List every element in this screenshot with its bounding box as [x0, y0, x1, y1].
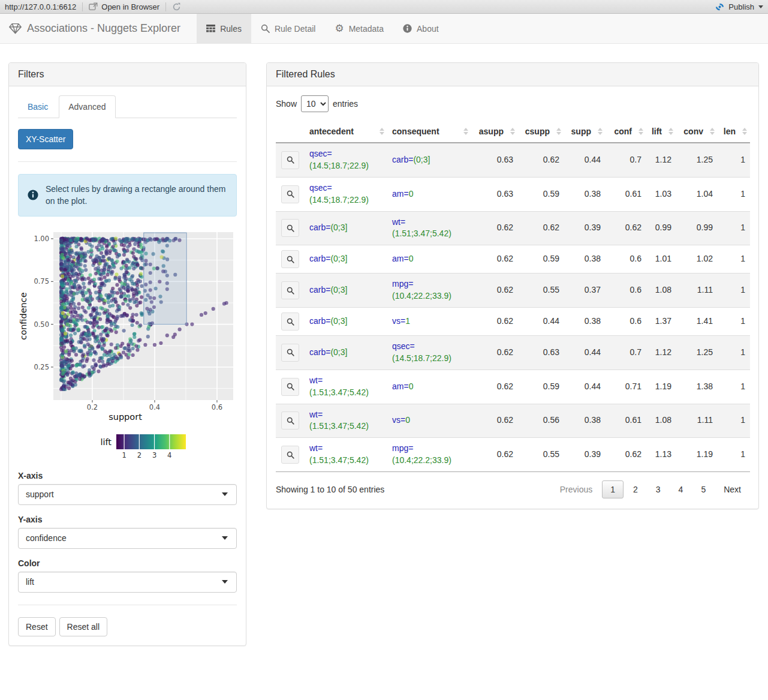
pagination-page-4[interactable]: 4 — [670, 480, 692, 498]
sort-asc-icon — [639, 128, 643, 131]
conf-cell: 0.6 — [606, 308, 646, 336]
supp-cell: 0.37 — [564, 274, 606, 308]
x-axis-title: support — [109, 412, 142, 422]
rule-value: 0 — [409, 254, 414, 263]
reset-all-button[interactable]: Reset all — [59, 617, 107, 636]
consequent-cell: am=0 — [387, 177, 471, 211]
asupp-cell: 0.63 — [471, 177, 518, 211]
rule-zoom-button[interactable] — [281, 219, 299, 237]
supp-cell: 0.39 — [564, 211, 606, 245]
column-header-antecedent[interactable]: antecedent — [305, 121, 387, 143]
magnifier-icon — [287, 383, 294, 390]
rule-zoom-button[interactable] — [281, 446, 299, 464]
rule-zoom-cell — [276, 336, 305, 370]
column-header-conv[interactable]: conv — [676, 121, 718, 143]
nav-tab-metadata[interactable]: ⚙Metadata — [325, 14, 393, 43]
sort-icons[interactable] — [710, 128, 715, 135]
color-select[interactable]: lift — [18, 572, 237, 593]
page-length-select[interactable]: 10 — [301, 95, 329, 112]
x-axis-select[interactable]: support — [18, 484, 237, 505]
y-axis-value: confidence — [26, 533, 67, 543]
sort-desc-icon — [639, 132, 643, 135]
rule-zoom-button[interactable] — [281, 151, 299, 169]
conv-cell: 1.11 — [676, 274, 718, 308]
conf-cell: 0.6 — [606, 245, 646, 274]
rule-value: 0 — [405, 415, 410, 425]
tab-basic[interactable]: Basic — [18, 95, 58, 118]
supp-cell: 0.39 — [564, 438, 606, 472]
rule-zoom-button[interactable] — [281, 411, 299, 429]
sort-icons[interactable] — [556, 128, 561, 135]
pagination-page-5[interactable]: 5 — [692, 480, 714, 498]
rule-zoom-button[interactable] — [281, 250, 299, 268]
publish-caret[interactable] — [758, 5, 763, 8]
len-cell: 1 — [718, 336, 750, 370]
conf-cell: 0.71 — [606, 369, 646, 404]
asupp-cell: 0.62 — [471, 211, 518, 245]
rule-zoom-button[interactable] — [281, 185, 299, 203]
nav-tab-rule-detail[interactable]: Rule Detail — [251, 14, 325, 43]
sort-asc-icon — [556, 128, 561, 131]
column-header-conf[interactable]: conf — [606, 121, 646, 143]
pagination-page-3[interactable]: 3 — [647, 480, 669, 498]
supp-cell: 0.38 — [564, 177, 606, 211]
refresh-button[interactable] — [172, 2, 181, 11]
column-header-consequent[interactable]: consequent — [387, 121, 471, 143]
scatter-plot[interactable]: 0.250.500.751.000.20.40.6supportconfiden… — [18, 227, 237, 462]
rules-table: antecedentconsequentasuppcsuppsuppconfli… — [276, 121, 750, 472]
nav-tab-about[interactable]: About — [393, 14, 448, 43]
y-axis-select[interactable]: confidence — [18, 528, 237, 549]
sort-icons[interactable] — [598, 128, 603, 135]
lift-cell: 1.08 — [646, 404, 676, 438]
filtered-rules-title: Filtered Rules — [267, 63, 758, 86]
column-header-supp[interactable]: supp — [564, 121, 606, 143]
csupp-cell: 0.44 — [518, 308, 564, 336]
y-axis-group: Y-axis confidence — [18, 515, 237, 549]
magnifier-icon — [287, 417, 294, 425]
open-in-browser-button[interactable]: Open in Browser — [89, 2, 159, 11]
sort-icons[interactable] — [668, 128, 673, 135]
column-header-len[interactable]: len — [718, 121, 750, 143]
conf-cell: 0.61 — [606, 177, 646, 211]
rule-attribute: qsec= — [309, 149, 332, 158]
filtered-rules-panel: Filtered Rules Show 10 entries anteceden… — [266, 62, 759, 509]
pagination-previous[interactable]: Previous — [552, 480, 601, 498]
rule-value: (0;3] — [413, 155, 430, 164]
rule-zoom-button[interactable] — [281, 344, 299, 362]
sort-icons[interactable] — [380, 128, 384, 135]
rule-zoom-button[interactable] — [281, 313, 299, 331]
xy-scatter-button[interactable]: XY-Scatter — [18, 129, 73, 149]
sort-desc-icon — [556, 132, 561, 135]
rule-value: (0;3] — [330, 285, 347, 295]
column-header-label: csupp — [525, 127, 550, 136]
tab-advanced[interactable]: Advanced — [59, 95, 115, 118]
sort-icons[interactable] — [639, 128, 643, 135]
sort-asc-icon — [598, 128, 603, 131]
sort-icons[interactable] — [463, 128, 468, 135]
rule-value: (14.5;18.7;22.9) — [309, 195, 369, 205]
lift-cell: 1.13 — [646, 438, 676, 472]
pagination-page-1[interactable]: 1 — [602, 480, 624, 498]
nav-tabs-bar: RulesRule Detail⚙MetadataAbout — [197, 14, 448, 43]
nav-tab-rules[interactable]: Rules — [197, 14, 251, 43]
table-row: carb=(0;3]wt=(1.51;3.47;5.42)0.620.620.3… — [276, 211, 750, 245]
pagination-next[interactable]: Next — [715, 480, 749, 498]
rule-zoom-button[interactable] — [281, 378, 299, 396]
color-label: Color — [18, 558, 237, 568]
sort-desc-icon — [463, 132, 468, 135]
rule-zoom-button[interactable] — [281, 281, 299, 299]
publish-button[interactable]: Publish — [715, 2, 754, 11]
column-header-csupp[interactable]: csupp — [518, 121, 564, 143]
rule-attribute: wt= — [309, 375, 323, 385]
supp-cell: 0.38 — [564, 308, 606, 336]
pagination-page-2[interactable]: 2 — [625, 480, 646, 498]
reset-button[interactable]: Reset — [18, 617, 56, 636]
sort-icons[interactable] — [742, 128, 747, 135]
viewer-toolbar: http://127.0.0.1:6612 Open in Browser Pu… — [0, 0, 768, 14]
filters-panel: Filters Basic Advanced XY-Scatter Select… — [8, 62, 246, 646]
sort-icons[interactable] — [510, 128, 515, 135]
antecedent-cell: carb=(0;3] — [305, 274, 387, 308]
column-header-asupp[interactable]: asupp — [471, 121, 518, 143]
antecedent-cell: carb=(0;3] — [305, 336, 387, 370]
column-header-lift[interactable]: lift — [646, 121, 676, 143]
